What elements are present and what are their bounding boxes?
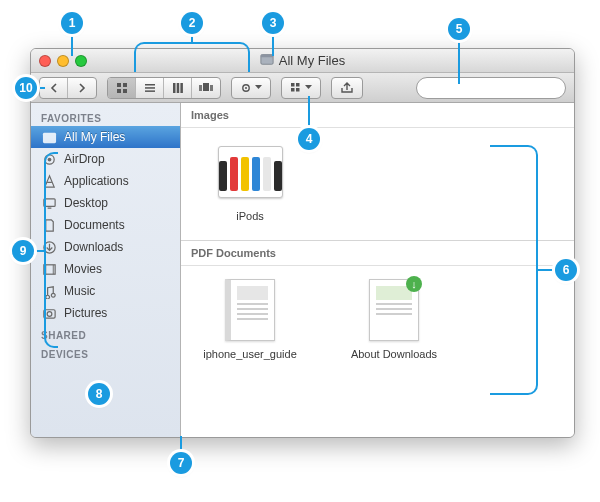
callout-leader	[308, 96, 310, 128]
chevron-right-icon	[77, 83, 87, 93]
sidebar-item-label: Desktop	[64, 196, 108, 210]
file-label: About Downloads	[351, 348, 437, 360]
file-item[interactable]: iPods	[195, 140, 305, 222]
callout-leader	[538, 269, 555, 271]
chevron-left-icon	[49, 83, 59, 93]
view-icon-button[interactable]	[108, 78, 136, 98]
window-title-text: All My Files	[279, 53, 345, 68]
search-field[interactable]	[416, 77, 566, 99]
svg-rect-5	[123, 89, 127, 93]
arrange-icon	[290, 82, 302, 94]
toolbar	[31, 73, 574, 103]
callout-leader	[71, 34, 73, 56]
svg-rect-3	[123, 83, 127, 87]
sidebar-item-label: AirDrop	[64, 152, 105, 166]
sidebar-item-label: Movies	[64, 262, 102, 276]
svg-rect-7	[145, 87, 155, 89]
callout-brace	[490, 145, 538, 395]
svg-rect-14	[210, 85, 213, 91]
sidebar-section-favorites: FAVORITES	[31, 107, 180, 126]
callout-4: 4	[298, 128, 320, 150]
ipods-icon	[218, 146, 283, 198]
document-icon	[225, 279, 275, 341]
arrange-menu[interactable]	[281, 77, 321, 99]
svg-rect-0	[261, 55, 273, 65]
callout-9: 9	[12, 240, 34, 262]
callout-5: 5	[448, 18, 470, 40]
callout-leader	[180, 436, 182, 453]
sidebar-item-label: Applications	[64, 174, 129, 188]
chevron-down-icon	[255, 85, 262, 90]
svg-rect-9	[173, 83, 176, 93]
callout-brace	[134, 42, 250, 72]
minimize-button[interactable]	[57, 55, 69, 67]
forward-button[interactable]	[68, 78, 96, 98]
all-my-files-icon	[41, 129, 57, 145]
action-menu[interactable]	[231, 77, 271, 99]
sidebar-item-all-my-files[interactable]: All My Files	[31, 126, 180, 148]
image-thumbnail	[218, 140, 282, 204]
window-controls	[39, 55, 87, 67]
sidebar-item-label: Music	[64, 284, 95, 298]
view-coverflow-button[interactable]	[192, 78, 220, 98]
callout-leader	[458, 40, 460, 84]
svg-rect-19	[291, 88, 295, 92]
file-label: iphone_user_guide	[203, 348, 297, 360]
view-list-button[interactable]	[136, 78, 164, 98]
columns-icon	[172, 82, 184, 94]
chevron-down-icon	[305, 85, 312, 90]
svg-rect-6	[145, 84, 155, 86]
svg-rect-2	[117, 83, 121, 87]
svg-rect-17	[291, 83, 295, 87]
callout-7: 7	[170, 452, 192, 474]
svg-rect-13	[203, 83, 209, 91]
svg-rect-4	[117, 89, 121, 93]
group-header-images: Images	[181, 103, 574, 128]
document-icon: ↓	[369, 279, 419, 341]
file-label: iPods	[236, 210, 264, 222]
close-button[interactable]	[39, 55, 51, 67]
sidebar-item-label: All My Files	[64, 130, 125, 144]
view-column-button[interactable]	[164, 78, 192, 98]
share-button[interactable]	[331, 77, 363, 99]
share-icon	[340, 82, 354, 94]
svg-rect-11	[180, 83, 183, 93]
callout-6: 6	[555, 259, 577, 281]
svg-rect-8	[145, 90, 155, 92]
callout-leader	[191, 34, 193, 43]
pdf-thumbnail: ↓	[362, 278, 426, 342]
sidebar-item-label: Downloads	[64, 240, 123, 254]
callout-3: 3	[262, 12, 284, 34]
callout-brace	[44, 152, 58, 348]
coverflow-icon	[199, 82, 213, 94]
callout-leader	[272, 34, 274, 56]
callout-1: 1	[61, 12, 83, 34]
window-title: All My Files	[31, 52, 574, 69]
search-input[interactable]	[428, 81, 575, 95]
pdf-thumbnail	[218, 278, 282, 342]
callout-leader	[37, 87, 45, 89]
callout-leader	[33, 250, 45, 252]
list-icon	[144, 82, 156, 94]
svg-rect-23	[42, 132, 55, 142]
nav-buttons	[39, 77, 97, 99]
view-switcher	[107, 77, 221, 99]
svg-rect-10	[176, 83, 179, 93]
gear-icon	[240, 82, 252, 94]
sidebar-item-label: Documents	[64, 218, 125, 232]
svg-rect-18	[296, 83, 300, 87]
titlebar: All My Files	[31, 49, 574, 73]
svg-rect-20	[296, 88, 300, 92]
callout-2: 2	[181, 12, 203, 34]
download-badge-icon: ↓	[406, 276, 422, 292]
sidebar-item-label: Pictures	[64, 306, 107, 320]
svg-rect-12	[199, 85, 202, 91]
svg-point-16	[245, 87, 247, 89]
callout-10: 10	[15, 77, 37, 99]
grid-icon	[116, 82, 128, 94]
file-item[interactable]: ↓ About Downloads	[339, 278, 449, 360]
file-item[interactable]: iphone_user_guide	[195, 278, 305, 360]
callout-8: 8	[88, 383, 110, 405]
zoom-button[interactable]	[75, 55, 87, 67]
